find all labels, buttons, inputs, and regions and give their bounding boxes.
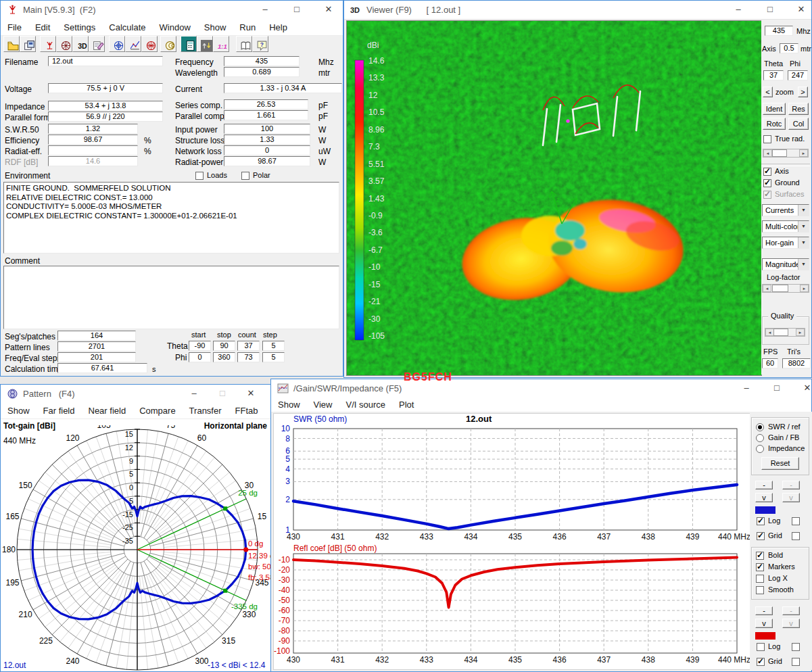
polar-checkbox[interactable]	[241, 172, 249, 180]
toolbar-scale-1-1-button[interactable]: 1:1	[213, 36, 229, 52]
main-window-close-button[interactable]: ✕	[316, 1, 341, 18]
main-window-menu-settings[interactable]: Settings	[57, 20, 102, 34]
field-frequency[interactable]: 435	[224, 56, 300, 66]
rad-scrollbar-thumb[interactable]	[772, 149, 787, 157]
res-button[interactable]: Res	[788, 103, 809, 115]
show-axis-checkbox[interactable]	[763, 168, 771, 176]
axis-size-input[interactable]: 0.5	[780, 43, 798, 53]
toolbar-3d-view-button[interactable]: 3D	[72, 36, 89, 52]
refl-grid-checkbox[interactable]	[757, 658, 765, 666]
field-rdf-db-[interactable]: 14.6	[48, 156, 138, 166]
refl-log-checkbox[interactable]	[757, 643, 765, 651]
rad-scrollbar[interactable]: ◄►	[763, 149, 809, 158]
radio-impedance[interactable]	[756, 445, 764, 453]
toolbar-save-files-button[interactable]	[20, 36, 36, 52]
field-input-power[interactable]: 100	[224, 124, 310, 134]
col-button[interactable]: Col	[788, 118, 809, 130]
pattern-window-maximize-button[interactable]: □	[210, 385, 235, 402]
field-voltage[interactable]: 75.5 + j 0 V	[48, 83, 163, 93]
chevron-down-icon[interactable]: ▼	[798, 221, 809, 232]
viewer3d-window-minimize-button[interactable]: –	[726, 1, 750, 18]
pattern-window-minimize-button[interactable]: –	[182, 385, 206, 402]
pattern-window-close-button[interactable]: ✕	[239, 385, 263, 402]
toolbar-antenna-geometry-button[interactable]	[40, 36, 56, 52]
toolbar-docs-book-button[interactable]	[236, 36, 252, 52]
field-efficiency[interactable]: 98.67	[48, 135, 138, 145]
refl-down-button[interactable]: v	[755, 619, 773, 628]
field-network-loss[interactable]: 0	[224, 145, 310, 155]
toolbar-open-file-button[interactable]	[3, 36, 20, 52]
main-window-menu-file[interactable]: File	[1, 20, 28, 34]
field-filename[interactable]: 12.out	[48, 56, 163, 66]
radio-swr-ref[interactable]	[756, 423, 764, 431]
refl-grid-alt-checkbox[interactable]	[792, 658, 800, 666]
pattern-window-menu-transfer[interactable]: Transfer	[183, 404, 229, 418]
toolbar-edit-nec-button[interactable]	[89, 36, 105, 52]
gain-window-maximize-button[interactable]: □	[765, 379, 789, 397]
toolbar-geometry-view-button[interactable]	[109, 36, 125, 52]
zoom-in-button[interactable]: >	[798, 87, 808, 97]
field-radiat-eff-[interactable]	[48, 145, 138, 155]
swr-grid-checkbox[interactable]	[757, 532, 765, 540]
true-rad-checkbox[interactable]	[763, 135, 771, 143]
swr-down-button[interactable]: v	[755, 493, 773, 502]
pattern-window-menu-near-field[interactable]: Near field	[82, 404, 133, 418]
pattern-window-menu-compare[interactable]: Compare	[133, 404, 182, 418]
sweep-phi-stop[interactable]: 360	[213, 352, 235, 362]
chevron-down-icon[interactable]: ▼	[798, 205, 809, 216]
field-parallel-form[interactable]: 56.9 // j 220	[48, 112, 163, 122]
environment-textbox[interactable]: FINITE GROUND. SOMMERFELD SOLUTIONRELATI…	[3, 182, 339, 254]
pattern-window-menu-far-field[interactable]: Far field	[37, 404, 82, 418]
option-smooth-checkbox[interactable]	[756, 586, 764, 594]
refl-minus-button[interactable]: -	[755, 606, 773, 615]
log-factor-scrollbar-thumb[interactable]	[772, 285, 788, 292]
toolbar-smith-chart-button[interactable]	[160, 36, 176, 52]
pattern-window-menu-fftab[interactable]: FFtab	[229, 404, 265, 418]
phi-input[interactable]: 247	[788, 70, 808, 80]
field-freq-eval-steps[interactable]: 201	[57, 352, 136, 362]
swr-minus-button[interactable]: -	[755, 481, 773, 489]
ident-button[interactable]: Ident	[763, 103, 786, 115]
viewer3d-window-maximize-button[interactable]: □	[758, 1, 782, 18]
main-window-menu-window[interactable]: Window	[153, 20, 197, 34]
quality-scrollbar-thumb[interactable]	[773, 329, 788, 336]
field-parallel-comp-[interactable]: 1.661	[224, 110, 308, 120]
sweep-theta-start[interactable]: -90	[189, 341, 211, 351]
swr-grid-alt-checkbox[interactable]	[792, 532, 800, 540]
field-series-comp-[interactable]: 26.53	[224, 99, 308, 110]
toolbar-swap-windows-button[interactable]	[197, 36, 213, 52]
gain-window-menu-plot[interactable]: Plot	[392, 398, 421, 412]
sweep-phi-step[interactable]: 5	[262, 352, 285, 362]
main-window-maximize-button[interactable]: □	[285, 1, 309, 18]
dropdown-currents[interactable]: Currents▼	[762, 204, 809, 216]
swr-log-checkbox[interactable]	[757, 517, 765, 525]
freq-input[interactable]: 435	[765, 26, 793, 36]
option-markers-checkbox[interactable]	[756, 563, 764, 571]
toolbar-line-chart-button[interactable]	[125, 36, 141, 52]
toolbar-help-button[interactable]: ?	[252, 36, 268, 52]
viewer3d-viewport[interactable]: zdBi14.613.31210.58.967.35.513.571.43-0.…	[346, 20, 762, 376]
field-current[interactable]: 1.33 - j 0.34 A	[224, 83, 342, 93]
field-pattern-lines[interactable]: 2701	[57, 341, 136, 352]
swr-log-alt-checkbox[interactable]	[792, 517, 800, 525]
gain-window-minimize-button[interactable]: –	[734, 379, 759, 397]
rad-scrollbar-left-arrow-icon[interactable]: ◄	[763, 149, 772, 157]
refl-down-button-disabled[interactable]: v	[782, 619, 800, 628]
toolbar-far-field-button[interactable]	[141, 36, 158, 52]
sweep-theta-stop[interactable]: 90	[213, 341, 235, 351]
toolbar-pattern-wheel-button[interactable]	[56, 36, 72, 52]
swr-color-swatch[interactable]	[755, 506, 775, 514]
quality-scrollbar-right-arrow-icon[interactable]: ►	[796, 329, 805, 336]
refl-log-alt-checkbox[interactable]	[792, 643, 800, 651]
field-seg-s-patches[interactable]: 164	[57, 331, 136, 341]
dropdown-multi-color[interactable]: Multi-color▼	[762, 220, 809, 233]
pattern-window-menu-show[interactable]: Show	[1, 404, 37, 418]
option-log-x-checkbox[interactable]	[756, 575, 764, 583]
zoom-out-button[interactable]: <	[763, 87, 773, 97]
dropdown-magnitude[interactable]: Magnitude▼	[762, 258, 809, 270]
field-radiat-power[interactable]: 98.67	[224, 156, 310, 166]
toolbar-calculate-button[interactable]	[181, 36, 197, 52]
main-window-menu-calculate[interactable]: Calculate	[102, 20, 152, 34]
log-factor-scrollbar-left-arrow-icon[interactable]: ◄	[763, 285, 771, 292]
fps-value[interactable]: 60	[762, 358, 778, 368]
